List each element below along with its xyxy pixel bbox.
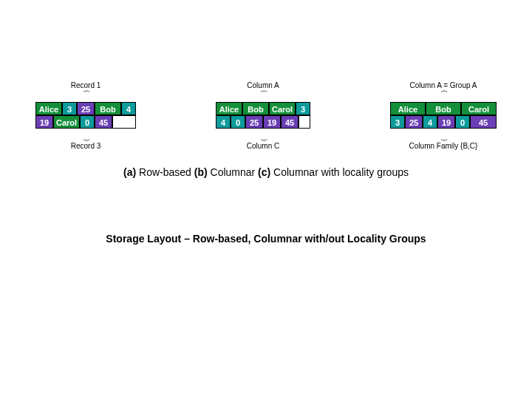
cell: Bob	[242, 102, 269, 115]
cell: Bob	[426, 102, 461, 115]
cell: Carol	[53, 115, 80, 129]
cell: 19	[35, 115, 53, 129]
cell: Alice	[390, 102, 426, 115]
cell: 3	[390, 115, 405, 129]
cell-empty	[112, 115, 136, 129]
cell: 0	[80, 115, 95, 129]
txt-b: Columnar	[208, 166, 258, 178]
brace-icon: ⏞	[71, 89, 101, 100]
cell-empty	[299, 115, 310, 129]
cell: 4	[216, 115, 231, 129]
cell: Alice	[216, 102, 242, 115]
cell: 0	[455, 115, 470, 129]
record1-label: Record 1 ⏞	[71, 81, 101, 100]
panels-row: Record 1 ⏞ Alice 3 25 Bob 4 19 Carol 0 4…	[35, 81, 497, 150]
cell: 45	[281, 115, 299, 129]
cell: 3	[62, 102, 77, 115]
tag-b: (b)	[194, 166, 208, 178]
brace-icon: ⏟	[247, 130, 279, 141]
cell: Alice	[35, 102, 62, 115]
txt-a: Row-based	[136, 166, 194, 178]
familyBC-label: ⏟ Column Family {B,C}	[409, 130, 478, 149]
brace-icon: ⏟	[71, 130, 101, 141]
columnC-label: ⏟ Column C	[247, 130, 279, 149]
brace-icon: ⏟	[409, 130, 478, 141]
cell: 19	[263, 115, 281, 129]
columnar-grid: Alice Bob Carol 3 4 0 25 19 45	[216, 102, 310, 129]
tag-c: (c)	[258, 166, 270, 178]
groupA-label: Column A = Group A ⏞	[410, 81, 477, 100]
familyBC-text: Column Family {B,C}	[409, 142, 478, 150]
cell: 3	[296, 102, 310, 115]
panel-row-based: Record 1 ⏞ Alice 3 25 Bob 4 19 Carol 0 4…	[35, 81, 136, 150]
panel-locality: Column A = Group A ⏞ Alice Bob Carol 3 2…	[390, 81, 497, 150]
main-caption: Storage Layout – Row-based, Columnar wit…	[0, 233, 532, 245]
cell: 25	[245, 115, 263, 129]
record3-label: ⏟ Record 3	[71, 130, 101, 149]
cell: 4	[121, 102, 136, 115]
cell: Carol	[461, 102, 497, 115]
tag-a: (a)	[123, 166, 136, 178]
columnA-label: Column A ⏞	[247, 81, 279, 100]
cell: Bob	[95, 102, 121, 115]
txt-c: Columnar with locality groups	[270, 166, 409, 178]
panel-columnar: Column A ⏞ Alice Bob Carol 3 4 0 25 19 4…	[216, 81, 310, 150]
cell: 45	[470, 115, 497, 129]
cell: 25	[77, 102, 95, 115]
brace-icon: ⏞	[410, 89, 477, 100]
subcaption: (a) Row-based (b) Columnar (c) Columnar …	[0, 166, 532, 178]
cell: 19	[437, 115, 455, 129]
cell: 45	[95, 115, 112, 129]
brace-icon: ⏞	[247, 89, 279, 100]
cell: Carol	[269, 102, 296, 115]
rowbased-grid: Alice 3 25 Bob 4 19 Carol 0 45	[35, 102, 136, 129]
cell: 0	[231, 115, 245, 129]
record3-text: Record 3	[71, 142, 101, 150]
locality-grid: Alice Bob Carol 3 25 4 19 0 45	[390, 102, 497, 129]
cell: 25	[405, 115, 423, 129]
columnC-text: Column C	[247, 142, 279, 150]
cell: 4	[423, 115, 437, 129]
